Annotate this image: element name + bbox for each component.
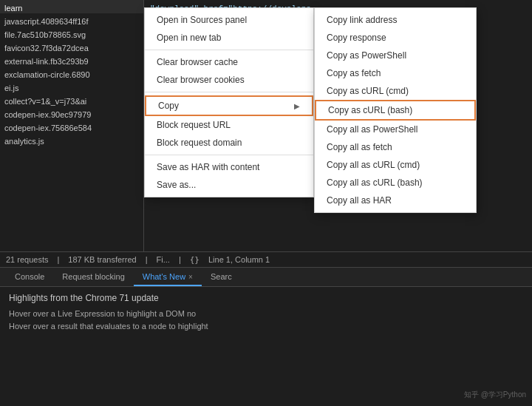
network-panel: learnjavascript.4089634ff16ffile.7ac510b… bbox=[0, 0, 144, 251]
right-menu-item-0[interactable]: Copy link address bbox=[315, 11, 476, 29]
highlight-line2: Hover over a result that evaluates to a … bbox=[9, 320, 523, 333]
transferred: 187 KB transferred bbox=[68, 255, 136, 264]
highlight-line1: Hover over a Live Expression to highligh… bbox=[9, 308, 523, 320]
right-menu-item-2[interactable]: Copy as PowerShell bbox=[315, 47, 476, 64]
left-menu-item-5[interactable]: Block request URL bbox=[145, 116, 313, 134]
right-menu-label-9: Copy all as cURL (bash) bbox=[327, 177, 423, 188]
left-menu-label-0: Open in Sources panel bbox=[157, 15, 247, 25]
network-item-6[interactable]: ei.js bbox=[0, 80, 143, 93]
left-menu-item-3[interactable]: Clear browser cookies bbox=[145, 71, 313, 89]
network-item-3[interactable]: favicon32.7f3da72dcea bbox=[0, 40, 143, 53]
filter-info: Fi... bbox=[157, 255, 170, 264]
left-menu-label-8: Save as... bbox=[157, 180, 196, 190]
network-item-4[interactable]: external-link.fb3c293b9 bbox=[0, 53, 143, 67]
right-menu-label-5: Copy as cURL (bash) bbox=[328, 105, 412, 115]
right-menu-label-6: Copy all as PowerShell bbox=[327, 124, 417, 135]
right-menu-label-1: Copy response bbox=[327, 33, 386, 43]
left-menu-item-2[interactable]: Clear browser cache bbox=[145, 53, 313, 71]
curly-icon: {} bbox=[190, 255, 200, 265]
tab-searc[interactable]: Searc bbox=[202, 268, 241, 286]
bottom-tabs-bar: ConsoleRequest blockingWhat's New×Searc bbox=[0, 268, 532, 287]
left-menu-item-0[interactable]: Open in Sources panel bbox=[145, 11, 313, 29]
right-menu-item-1[interactable]: Copy response bbox=[315, 29, 476, 47]
watermark: 知乎 @学习Python bbox=[464, 390, 526, 400]
left-menu-item-6[interactable]: Block request domain bbox=[145, 134, 313, 152]
right-menu-item-7[interactable]: Copy all as fetch bbox=[315, 138, 476, 156]
tab-what's-new[interactable]: What's New× bbox=[134, 268, 202, 286]
highlight-title: Highlights from the Chrome 71 update bbox=[9, 293, 523, 303]
request-count: 21 requests bbox=[6, 255, 48, 264]
tab-label-0: Console bbox=[15, 272, 44, 281]
tab-request-blocking[interactable]: Request blocking bbox=[53, 268, 133, 286]
network-item-9[interactable]: codepen-iex.75686e584 bbox=[0, 120, 143, 133]
network-item-1[interactable]: javascript.4089634ff16f bbox=[0, 13, 143, 27]
left-menu-item-8[interactable]: Save as... bbox=[145, 176, 313, 194]
separator3: | bbox=[179, 255, 181, 264]
right-menu-label-3: Copy as fetch bbox=[327, 68, 381, 78]
right-menu-item-4[interactable]: Copy as cURL (cmd) bbox=[315, 82, 476, 100]
left-menu-label-6: Block request domain bbox=[157, 138, 242, 148]
tab-label-2: What's New bbox=[143, 272, 185, 281]
network-item-2[interactable]: file.7ac510b78865.svg bbox=[0, 27, 143, 40]
left-menu-item-4[interactable]: Copy▶ bbox=[145, 95, 313, 116]
separator2: | bbox=[146, 255, 148, 264]
right-menu-label-7: Copy all as fetch bbox=[327, 142, 392, 152]
context-menu-left: Open in Sources panelOpen in new tabClea… bbox=[144, 7, 314, 197]
left-menu-label-3: Clear browser cookies bbox=[157, 75, 245, 85]
left-menu-label-1: Open in new tab bbox=[157, 33, 221, 43]
network-item-0[interactable]: learn bbox=[0, 0, 143, 13]
left-menu-label-5: Block request URL bbox=[157, 120, 231, 130]
left-menu-label-7: Save as HAR with content bbox=[157, 162, 259, 172]
right-menu-item-8[interactable]: Copy all as cURL (cmd) bbox=[315, 156, 476, 174]
context-menu-right: Copy link addressCopy responseCopy as Po… bbox=[314, 7, 477, 213]
right-menu-item-3[interactable]: Copy as fetch bbox=[315, 64, 476, 82]
left-menu-item-1[interactable]: Open in new tab bbox=[145, 29, 313, 47]
tab-close-2[interactable]: × bbox=[188, 273, 193, 281]
network-item-5[interactable]: exclamation-circle.6890 bbox=[0, 67, 143, 80]
tab-console[interactable]: Console bbox=[6, 268, 53, 286]
right-menu-label-8: Copy all as cURL (cmd) bbox=[327, 160, 420, 170]
separator-3 bbox=[145, 92, 313, 92]
left-menu-label-4: Copy bbox=[158, 101, 179, 111]
left-menu-label-2: Clear browser cache bbox=[157, 57, 238, 67]
network-item-10[interactable]: analytics.js bbox=[0, 133, 143, 146]
right-menu-label-2: Copy as PowerShell bbox=[327, 50, 406, 61]
right-menu-item-5[interactable]: Copy as cURL (bash) bbox=[315, 100, 476, 121]
network-item-7[interactable]: collect?v=1&_v=j73&ai bbox=[0, 93, 143, 106]
right-menu-item-10[interactable]: Copy all as HAR bbox=[315, 192, 476, 209]
tab-label-1: Request blocking bbox=[62, 272, 124, 281]
right-menu-item-6[interactable]: Copy all as PowerShell bbox=[315, 121, 476, 138]
status-bar: 21 requests | 187 KB transferred | Fi...… bbox=[0, 251, 532, 268]
tab-label-3: Searc bbox=[211, 272, 232, 281]
separator1: | bbox=[57, 255, 59, 264]
separator-6 bbox=[145, 155, 313, 155]
line-col: Line 1, Column 1 bbox=[208, 255, 270, 264]
network-item-8[interactable]: codepen-iex.90ec97979 bbox=[0, 106, 143, 120]
left-menu-item-7[interactable]: Save as HAR with content bbox=[145, 158, 313, 176]
right-menu-label-10: Copy all as HAR bbox=[327, 195, 392, 206]
right-menu-label-4: Copy as cURL (cmd) bbox=[327, 86, 409, 96]
arrow-icon-4: ▶ bbox=[294, 102, 300, 110]
right-menu-label-0: Copy link address bbox=[327, 15, 397, 25]
bottom-content-panel: Highlights from the Chrome 71 update Hov… bbox=[0, 287, 532, 406]
separator-1 bbox=[145, 50, 313, 50]
right-menu-item-9[interactable]: Copy all as cURL (bash) bbox=[315, 174, 476, 192]
